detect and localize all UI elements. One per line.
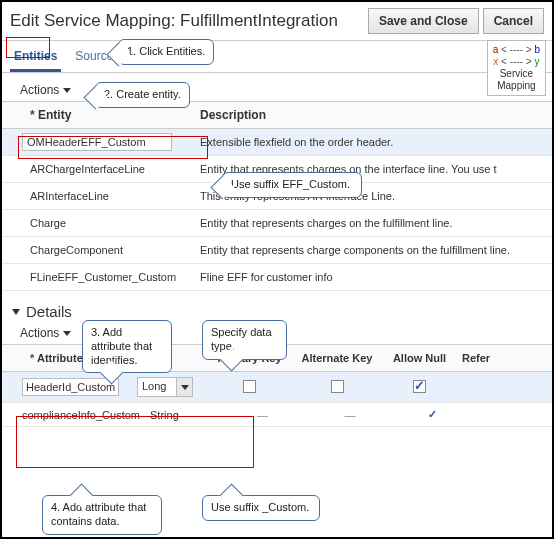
pk-readonly: —: [257, 409, 268, 421]
entity-name: ARInterfaceLine: [2, 183, 192, 209]
details-actions-menu[interactable]: Actions: [2, 322, 81, 344]
entity-row[interactable]: OMHeaderEFF_Custom Extensible flexfield …: [2, 129, 552, 156]
entity-row[interactable]: Charge Entity that represents charges on…: [2, 210, 552, 237]
entity-name: ARChargeInterfaceLine: [2, 156, 192, 182]
col-allow-null: Allow Null: [382, 345, 457, 371]
type-select[interactable]: Long: [137, 377, 193, 397]
attr-row[interactable]: complianceInfo_Custom String — — ✓: [2, 403, 552, 427]
entity-name: FLineEFF_Customer_Custom: [2, 264, 192, 290]
sm-line2: x < ---- > y: [493, 56, 540, 68]
actions-label: Actions: [20, 83, 59, 97]
entity-name: Charge: [2, 210, 192, 236]
callout-1: 1. Click Entities.: [118, 39, 214, 65]
page-header: Edit Service Mapping: FulfillmentIntegra…: [2, 2, 552, 41]
sm-label2: Mapping: [493, 80, 540, 92]
primary-key-checkbox[interactable]: [243, 380, 256, 393]
entities-actions-menu[interactable]: Actions: [2, 73, 81, 101]
callout-7: Use suffix _Custom.: [202, 495, 320, 521]
alternate-key-checkbox[interactable]: [331, 380, 344, 393]
callout-5: Use suffix EFF_Custom.: [222, 172, 362, 198]
callout-2: 2. Create entity.: [95, 82, 190, 108]
col-alternate-key: Alternate Key: [292, 345, 382, 371]
chevron-down-icon: [63, 88, 71, 93]
page-title: Edit Service Mapping: FulfillmentIntegra…: [10, 11, 364, 31]
service-mapping-icon[interactable]: a < ---- > b x < ---- > y Service Mappin…: [487, 40, 546, 96]
col-description: Description: [192, 102, 552, 128]
chevron-down-icon: [176, 378, 192, 396]
actions-label: Actions: [20, 326, 59, 340]
entity-row[interactable]: FLineEFF_Customer_Custom Fline EFF for c…: [2, 264, 552, 291]
attribute-name: complianceInfo_Custom: [2, 404, 145, 426]
save-and-close-button[interactable]: Save and Close: [368, 8, 479, 34]
tab-entities[interactable]: Entities: [10, 45, 61, 72]
entity-desc: Entity that represents charge components…: [192, 237, 552, 263]
allow-null-readonly: ✓: [428, 408, 437, 420]
callout-4: Specify data type.: [202, 320, 287, 360]
callout-6: 4. Add attribute that contains data.: [42, 495, 162, 535]
type-value: String: [145, 404, 220, 426]
callout-3: 3. Add attribute that identifies.: [82, 320, 172, 373]
entity-name-input[interactable]: OMHeaderEFF_Custom: [22, 133, 172, 151]
entity-desc: Fline EFF for customer info: [192, 264, 552, 290]
attr-row[interactable]: HeaderId_Custom Long: [2, 372, 552, 403]
sm-line1: a < ---- > b: [493, 44, 540, 56]
type-value: Long: [138, 378, 176, 396]
entity-desc: Extensible flexfield on the order header…: [192, 129, 552, 155]
entity-desc: Entity that represents charges on the fu…: [192, 210, 552, 236]
ak-readonly: —: [345, 409, 356, 421]
cancel-button[interactable]: Cancel: [483, 8, 544, 34]
details-header[interactable]: Details: [2, 293, 552, 322]
allow-null-checkbox[interactable]: [413, 380, 426, 393]
tab-bar: Entities Sources: [2, 41, 552, 73]
sm-label1: Service: [493, 68, 540, 80]
entity-name: ChargeComponent: [2, 237, 192, 263]
entity-row[interactable]: ChargeComponent Entity that represents c…: [2, 237, 552, 264]
col-refer: Refer: [457, 345, 552, 371]
entity-grid-header: Entity Description: [2, 101, 552, 129]
attribute-name-input[interactable]: HeaderId_Custom: [22, 378, 119, 396]
chevron-down-icon: [63, 331, 71, 336]
